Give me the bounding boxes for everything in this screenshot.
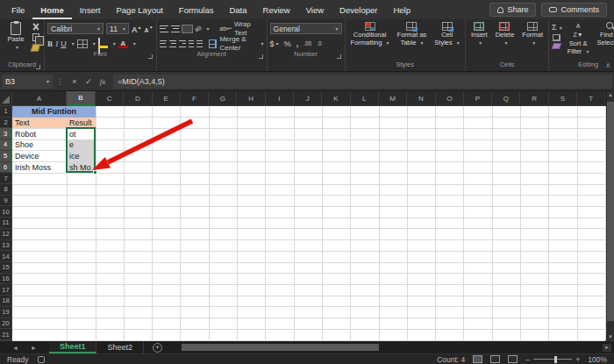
row-header-10[interactable]: 10 <box>0 206 12 218</box>
cut-icon[interactable] <box>32 23 39 31</box>
font-size-select[interactable]: 11▾ <box>106 23 129 34</box>
column-header-C[interactable]: C <box>96 91 124 106</box>
scroll-down-icon[interactable]: ▼ <box>606 334 614 339</box>
align-right-icon[interactable] <box>179 40 186 47</box>
horizontal-scroll-thumb[interactable] <box>182 344 379 351</box>
clear-icon[interactable] <box>552 43 562 49</box>
number-dialog-launcher-icon[interactable] <box>337 54 341 59</box>
row-header-19[interactable]: 19 <box>0 307 12 318</box>
zoom-out-icon[interactable]: − <box>525 355 530 364</box>
conditional-formatting-button[interactable]: ConditionalFormatting ▾ <box>348 22 392 46</box>
row-header-6[interactable]: 6 <box>0 162 12 174</box>
cancel-entry-icon[interactable]: × <box>68 77 82 86</box>
bold-button[interactable]: B <box>47 39 53 48</box>
align-bottom-icon[interactable] <box>182 25 191 32</box>
format-cells-button[interactable]: Format▾ <box>519 22 546 46</box>
align-center-icon[interactable] <box>169 40 176 47</box>
column-header-Q[interactable]: Q <box>492 91 520 106</box>
row-header-2[interactable]: 2 <box>0 118 12 129</box>
horizontal-scrollbar[interactable]: ► <box>176 341 614 353</box>
row-header-7[interactable]: 7 <box>0 173 12 184</box>
cell-A1[interactable]: Mid Funtion <box>12 106 96 118</box>
column-header-R[interactable]: R <box>521 91 549 106</box>
zoom-slider-thumb[interactable] <box>554 356 557 363</box>
cell-A6[interactable]: Irish Moss <box>12 162 67 174</box>
scroll-up-icon[interactable]: ▲ <box>606 92 614 97</box>
tab-developer[interactable]: Developer <box>332 0 385 19</box>
orientation-icon[interactable]: ab <box>193 23 203 34</box>
row-header-14[interactable]: 14 <box>0 251 12 262</box>
row-header-17[interactable]: 17 <box>0 284 12 296</box>
borders-icon[interactable] <box>77 39 88 48</box>
new-sheet-button[interactable]: + <box>153 343 162 353</box>
column-header-A[interactable]: A <box>12 91 67 106</box>
row-header-5[interactable]: 5 <box>0 151 12 162</box>
zoom-in-icon[interactable]: + <box>575 355 580 364</box>
collapse-ribbon-icon[interactable]: ∧ <box>605 61 610 69</box>
comma-format-icon[interactable]: , <box>296 39 299 48</box>
grow-font-icon[interactable]: A▲ <box>132 23 141 34</box>
column-header-H[interactable]: H <box>238 91 266 106</box>
column-header-E[interactable]: E <box>153 91 181 106</box>
currency-format-icon[interactable]: $ <box>270 39 275 48</box>
tab-review[interactable]: Review <box>255 0 298 19</box>
clipboard-dialog-launcher-icon[interactable] <box>36 65 40 69</box>
increase-indent-icon[interactable] <box>196 40 203 47</box>
format-painter-icon[interactable] <box>31 44 41 52</box>
formula-input[interactable]: =MID(A3,4,5) <box>113 75 612 89</box>
column-header-J[interactable]: J <box>294 91 322 106</box>
decrease-decimal-icon[interactable]: .0 <box>317 39 321 48</box>
align-left-icon[interactable] <box>160 40 167 47</box>
column-header-B[interactable]: B <box>67 91 96 106</box>
decrease-indent-icon[interactable] <box>189 40 195 47</box>
number-format-select[interactable]: General▾ <box>270 23 342 34</box>
row-header-20[interactable]: 20 <box>0 318 12 330</box>
align-top-icon[interactable] <box>160 25 168 32</box>
column-header-G[interactable]: G <box>209 91 237 106</box>
tab-file[interactable]: File <box>4 0 32 19</box>
comments-button[interactable]: Comments <box>541 3 607 17</box>
find-select-button[interactable]: Find &Select ▾ <box>594 22 614 46</box>
italic-button[interactable]: I <box>55 39 58 48</box>
tab-page-layout[interactable]: Page Layout <box>108 0 170 19</box>
confirm-entry-icon[interactable]: ✓ <box>82 77 96 86</box>
row-header-18[interactable]: 18 <box>0 296 12 307</box>
fill-handle[interactable] <box>93 170 97 175</box>
cell-A4[interactable]: Shoe <box>12 139 67 151</box>
underline-button[interactable]: U <box>61 39 67 48</box>
sheet-tab-sheet1[interactable]: Sheet1 <box>49 341 97 353</box>
column-header-L[interactable]: L <box>351 91 379 106</box>
fill-color-icon[interactable] <box>98 39 108 48</box>
zoom-slider[interactable]: − + <box>525 355 580 364</box>
vertical-scrollbar[interactable]: ▲ ▼ <box>605 91 614 340</box>
tab-insert[interactable]: Insert <box>72 0 109 19</box>
row-header-21[interactable]: 21 <box>0 329 12 340</box>
align-middle-icon[interactable] <box>171 25 180 32</box>
delete-cells-button[interactable]: Delete▾ <box>493 22 518 46</box>
copy-icon[interactable] <box>32 33 39 41</box>
format-as-table-button[interactable]: Format asTable ▾ <box>395 22 430 46</box>
paste-button[interactable]: Paste ▾ <box>3 22 29 51</box>
column-header-K[interactable]: K <box>322 91 350 106</box>
tab-help[interactable]: Help <box>385 0 418 19</box>
cell-styles-button[interactable]: CellStyles ▾ <box>432 22 462 46</box>
tab-formulas[interactable]: Formulas <box>171 0 222 19</box>
share-button[interactable]: Share <box>489 3 536 17</box>
percent-format-icon[interactable]: % <box>284 39 291 48</box>
tab-view[interactable]: View <box>298 0 332 19</box>
column-header-F[interactable]: F <box>181 91 209 106</box>
column-header-P[interactable]: P <box>464 91 492 106</box>
row-header-11[interactable]: 11 <box>0 218 12 229</box>
cell-A5[interactable]: Device <box>12 151 67 162</box>
cell-A2[interactable]: Text <box>12 118 67 129</box>
row-header-15[interactable]: 15 <box>0 262 12 274</box>
insert-cells-button[interactable]: Insert▾ <box>468 22 490 46</box>
alignment-dialog-launcher-icon[interactable] <box>259 54 263 59</box>
sheet-nav-right-icon[interactable]: ► <box>31 345 37 351</box>
row-header-1[interactable]: 1 <box>0 106 12 118</box>
shrink-font-icon[interactable]: A▼ <box>145 23 154 35</box>
sheet-tab-sheet2[interactable]: Sheet2 <box>96 341 144 353</box>
column-header-I[interactable]: I <box>266 91 294 106</box>
page-break-view-icon[interactable] <box>508 355 518 363</box>
cell-A3[interactable]: Robot <box>12 128 67 139</box>
